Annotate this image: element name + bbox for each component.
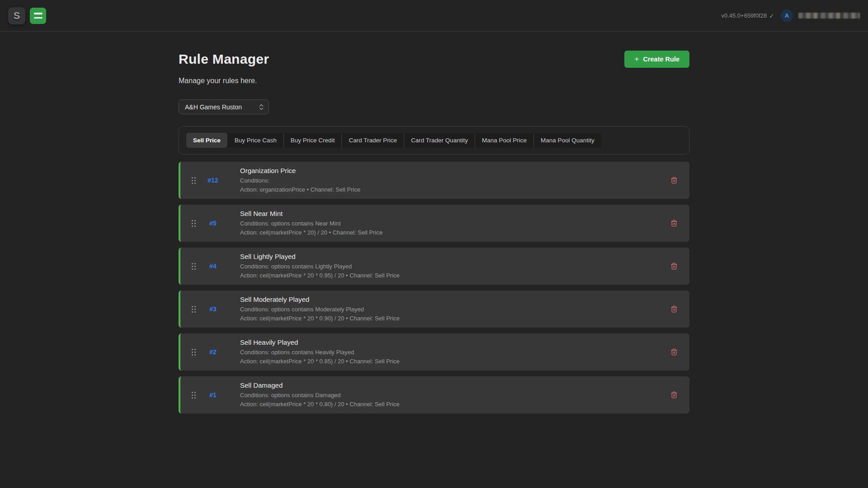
store-select[interactable]: A&H Games Ruston xyxy=(179,99,269,114)
page-title: Rule Manager xyxy=(179,52,269,67)
avatar-initial: A xyxy=(785,12,789,19)
rule-action: Action: ceil(marketPrice * 20 * 0.85) / … xyxy=(240,357,670,366)
main-content: Rule Manager + Create Rule Manage your r… xyxy=(179,32,689,413)
rule-title: Organization Price xyxy=(240,167,670,174)
tab-mana-pool-price[interactable]: Mana Pool Price xyxy=(475,133,533,148)
page-head: Rule Manager + Create Rule xyxy=(179,51,689,68)
trash-icon xyxy=(670,305,678,313)
rules-list: #12 Organization Price Conditions: Actio… xyxy=(179,162,689,413)
user-email-redacted xyxy=(798,13,860,19)
rule-number: #3 xyxy=(197,305,229,313)
page-subtitle: Manage your rules here. xyxy=(179,77,689,85)
trash-icon xyxy=(670,220,678,227)
chevron-up-down-icon xyxy=(259,103,264,111)
app-logo-letter: S xyxy=(14,10,20,22)
rule-body: Sell Moderately Played Conditions: optio… xyxy=(229,296,670,323)
rule-card: #5 Sell Near Mint Conditions: options co… xyxy=(179,205,689,242)
rule-body: Sell Heavily Played Conditions: options … xyxy=(229,338,670,366)
delete-rule-button[interactable] xyxy=(670,177,678,184)
rule-conditions: Conditions: options contains Heavily Pla… xyxy=(240,348,670,357)
rule-card: #3 Sell Moderately Played Conditions: op… xyxy=(179,291,689,328)
delete-rule-button[interactable] xyxy=(670,348,678,356)
channel-tab-strip: Sell Price Buy Price Cash Buy Price Cred… xyxy=(186,133,601,148)
rule-body: Sell Damaged Conditions: options contain… xyxy=(229,381,670,408)
rule-body: Organization Price Conditions: Action: o… xyxy=(229,167,670,194)
rule-action: Action: organizationPrice • Channel: Sel… xyxy=(240,185,670,194)
plus-icon: + xyxy=(634,55,639,64)
rule-body: Sell Lightly Played Conditions: options … xyxy=(229,253,670,280)
rule-number: #2 xyxy=(197,348,229,356)
drag-handle-icon[interactable] xyxy=(190,177,197,184)
drag-handle-icon[interactable] xyxy=(190,348,197,356)
rule-card: #2 Sell Heavily Played Conditions: optio… xyxy=(179,333,689,371)
tab-buy-price-credit[interactable]: Buy Price Credit xyxy=(283,133,342,148)
tab-sell-price[interactable]: Sell Price xyxy=(186,133,227,148)
trash-icon xyxy=(670,348,678,356)
rule-conditions: Conditions: options contains Damaged xyxy=(240,391,670,400)
rule-title: Sell Near Mint xyxy=(240,210,670,217)
trash-icon xyxy=(670,263,678,270)
tab-mana-pool-quantity[interactable]: Mana Pool Quantity xyxy=(533,133,601,148)
delete-rule-button[interactable] xyxy=(670,391,678,399)
delete-rule-button[interactable] xyxy=(670,220,678,227)
rule-body: Sell Near Mint Conditions: options conta… xyxy=(229,210,670,237)
trash-icon xyxy=(670,177,678,184)
rule-number: #12 xyxy=(197,177,229,184)
drag-handle-icon[interactable] xyxy=(190,220,197,227)
delete-rule-button[interactable] xyxy=(670,263,678,270)
rule-conditions: Conditions: options contains Lightly Pla… xyxy=(240,262,670,271)
drag-handle-icon[interactable] xyxy=(190,305,197,313)
channel-tabs-container: Sell Price Buy Price Cash Buy Price Cred… xyxy=(179,126,689,155)
delete-rule-button[interactable] xyxy=(670,305,678,313)
app-logo[interactable]: S xyxy=(8,7,25,24)
version-label: v0.45.0+659f0f28 xyxy=(721,12,767,19)
rule-title: Sell Damaged xyxy=(240,381,670,389)
rule-action: Action: ceil(marketPrice * 20 * 0.90) / … xyxy=(240,314,670,323)
app-header: S v0.45.0+659f0f28 ✓ A xyxy=(0,0,868,32)
rule-action: Action: ceil(marketPrice * 20 * 0.95) / … xyxy=(240,271,670,280)
drag-handle-icon[interactable] xyxy=(190,391,197,399)
rule-title: Sell Lightly Played xyxy=(240,253,670,260)
rule-number: #1 xyxy=(197,391,229,399)
tab-card-trader-quantity[interactable]: Card Trader Quantity xyxy=(404,133,475,148)
rule-conditions: Conditions: options contains Moderately … xyxy=(240,305,670,314)
create-rule-button[interactable]: + Create Rule xyxy=(624,51,689,68)
avatar[interactable]: A xyxy=(781,9,793,22)
rule-card: #1 Sell Damaged Conditions: options cont… xyxy=(179,376,689,413)
check-icon: ✓ xyxy=(769,12,774,19)
tab-buy-price-cash[interactable]: Buy Price Cash xyxy=(227,133,283,148)
store-select-value: A&H Games Ruston xyxy=(185,103,259,111)
rule-card: #4 Sell Lightly Played Conditions: optio… xyxy=(179,248,689,285)
drag-handle-icon[interactable] xyxy=(190,263,197,270)
hamburger-icon xyxy=(34,17,42,19)
create-rule-label: Create Rule xyxy=(643,56,679,63)
hamburger-icon xyxy=(34,13,42,14)
rule-conditions: Conditions: options contains Near Mint xyxy=(240,219,670,228)
trash-icon xyxy=(670,391,678,399)
rule-conditions: Conditions: xyxy=(240,176,670,185)
rule-action: Action: ceil(marketPrice * 20) / 20 • Ch… xyxy=(240,228,670,237)
hamburger-menu-button[interactable] xyxy=(30,8,46,24)
rule-title: Sell Moderately Played xyxy=(240,296,670,303)
rule-number: #4 xyxy=(197,263,229,270)
tab-card-trader-price[interactable]: Card Trader Price xyxy=(341,133,404,148)
rule-title: Sell Heavily Played xyxy=(240,338,670,346)
rule-action: Action: ceil(marketPrice * 20 * 0.80) / … xyxy=(240,400,670,409)
rule-number: #5 xyxy=(197,220,229,227)
rule-card: #12 Organization Price Conditions: Actio… xyxy=(179,162,689,199)
